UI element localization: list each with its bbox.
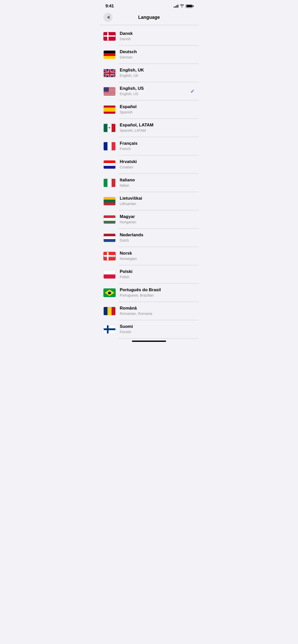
flag-mx: 🦅: [103, 124, 116, 132]
lang-text-pt-br: Português do BrasilPortuguese, Brazilian: [120, 287, 195, 298]
lang-name-fi: Suomi: [120, 324, 195, 329]
lang-subtitle-fi: Finnish: [120, 330, 195, 335]
lang-name-en-us: English, US: [120, 86, 188, 91]
lang-name-it: Italiano: [120, 177, 195, 183]
lang-name-no: Norsk: [120, 251, 195, 256]
language-item-da[interactable]: DanskDanish: [99, 27, 199, 46]
lang-name-fr: Français: [120, 141, 195, 146]
lang-text-lt: LietuviškaiLithuanian: [120, 196, 195, 207]
svg-rect-9: [104, 325, 116, 333]
lang-subtitle-es: Spanish: [120, 110, 195, 115]
flag-it: [103, 179, 116, 187]
flag-es: [103, 105, 116, 114]
lang-subtitle-de: German: [120, 55, 195, 60]
flag-gb: [103, 69, 116, 77]
lang-text-no: NorskNorwegian: [120, 251, 195, 261]
lang-text-es-latam: Español, LATAMSpanish, LATAM: [120, 122, 195, 133]
lang-subtitle-nl: Dutch: [120, 238, 195, 243]
status-time: 9:41: [105, 4, 114, 9]
flag-no: [103, 252, 116, 260]
home-indicator: [132, 341, 166, 342]
lang-text-de: DeutschGerman: [120, 49, 195, 60]
svg-rect-2: [107, 252, 109, 260]
lang-text-it: ItalianoItalian: [120, 177, 195, 188]
lang-text-es: EspañolSpanish: [120, 104, 195, 115]
flag-nl: [103, 233, 116, 242]
svg-rect-1: [104, 252, 116, 260]
language-item-no[interactable]: NorskNorwegian: [99, 247, 199, 265]
lang-subtitle-ro: Romanian, Romania: [120, 311, 195, 316]
lang-name-es: Español: [120, 104, 195, 110]
lang-subtitle-en-gb: English, UK: [120, 73, 195, 78]
language-item-pt-br[interactable]: Português do BrasilPortuguese, Brazilian: [99, 284, 199, 302]
status-bar: 9:41: [99, 0, 199, 11]
language-item-ro[interactable]: RomânăRomanian, Romania: [99, 302, 199, 320]
lang-name-ro: Română: [120, 305, 195, 311]
flag-fr: [103, 142, 116, 151]
signal-icon: [174, 5, 178, 8]
language-list: DanskDanishDeutschGerman English, UKEngl…: [99, 25, 199, 339]
flag-ro: [103, 307, 116, 315]
lang-text-ro: RomânăRomanian, Romania: [120, 305, 195, 316]
lang-text-da: DanskDanish: [120, 31, 195, 42]
flag-hu: [103, 215, 116, 224]
flag-pl: [103, 270, 116, 279]
wifi-icon: [180, 4, 184, 8]
svg-rect-3: [104, 255, 116, 257]
language-item-en-gb[interactable]: English, UKEnglish, UK: [99, 64, 199, 82]
lang-name-pl: Polski: [120, 269, 195, 274]
lang-name-da: Dansk: [120, 31, 195, 36]
lang-name-hu: Magyar: [120, 214, 195, 219]
back-arrow-icon: [107, 16, 110, 19]
flag-br: [103, 288, 116, 297]
flag-de: [103, 50, 116, 59]
lang-subtitle-hu: Hungarian: [120, 220, 195, 225]
status-icons: [174, 4, 193, 8]
lang-subtitle-no: Norwegian: [120, 256, 195, 261]
language-item-fi[interactable]: SuomiFinnish: [99, 320, 199, 339]
language-item-es[interactable]: EspañolSpanish: [99, 100, 199, 119]
language-item-it[interactable]: ItalianoItalian: [99, 174, 199, 192]
nav-bar: Language: [99, 11, 199, 25]
lang-subtitle-it: Italian: [120, 183, 195, 188]
language-item-hr[interactable]: HrvatskiCroatian: [99, 155, 199, 174]
lang-name-hr: Hrvatski: [120, 159, 195, 165]
lang-text-en-gb: English, UKEnglish, UK: [120, 67, 195, 78]
svg-rect-4: [107, 252, 108, 260]
lang-name-de: Deutsch: [120, 49, 195, 55]
language-item-fr[interactable]: FrançaisFrench: [99, 137, 199, 155]
lang-name-nl: Nederlands: [120, 232, 195, 238]
lang-subtitle-da: Danish: [120, 37, 195, 42]
lang-text-fi: SuomiFinnish: [120, 324, 195, 335]
svg-rect-11: [104, 328, 116, 330]
flag-lt: [103, 197, 116, 206]
lang-text-pl: PolskiPolish: [120, 269, 195, 280]
lang-subtitle-es-latam: Spanish, LATAM: [120, 128, 195, 133]
lang-subtitle-pl: Polish: [120, 275, 195, 280]
lang-text-hr: HrvatskiCroatian: [120, 159, 195, 170]
language-item-nl[interactable]: NederlandsDutch: [99, 229, 199, 247]
lang-text-fr: FrançaisFrench: [120, 141, 195, 152]
lang-subtitle-pt-br: Portuguese, Brazilian: [120, 293, 195, 298]
flag-dk: [103, 32, 116, 41]
language-item-pl[interactable]: PolskiPolish: [99, 265, 199, 284]
language-item-es-latam[interactable]: 🦅Español, LATAMSpanish, LATAM: [99, 119, 199, 137]
lang-name-es-latam: Español, LATAM: [120, 122, 195, 128]
checkmark-en-us: ✓: [190, 88, 195, 94]
lang-text-hu: MagyarHungarian: [120, 214, 195, 225]
back-button[interactable]: [103, 13, 113, 22]
lang-name-pt-br: Português do Brasil: [120, 287, 195, 293]
svg-rect-5: [104, 256, 116, 256]
language-item-de[interactable]: DeutschGerman: [99, 46, 199, 64]
page-title: Language: [138, 15, 160, 20]
lang-text-en-us: English, USEnglish, US: [120, 86, 188, 97]
flag-us: [103, 87, 116, 96]
flag-fi: [103, 325, 116, 334]
language-item-en-us[interactable]: English, USEnglish, US✓: [99, 82, 199, 100]
lang-name-en-gb: English, UK: [120, 67, 195, 73]
lang-text-nl: NederlandsDutch: [120, 232, 195, 243]
language-item-lt[interactable]: LietuviškaiLithuanian: [99, 192, 199, 210]
battery-icon: [186, 5, 193, 8]
language-item-hu[interactable]: MagyarHungarian: [99, 210, 199, 229]
lang-subtitle-en-us: English, US: [120, 92, 188, 97]
